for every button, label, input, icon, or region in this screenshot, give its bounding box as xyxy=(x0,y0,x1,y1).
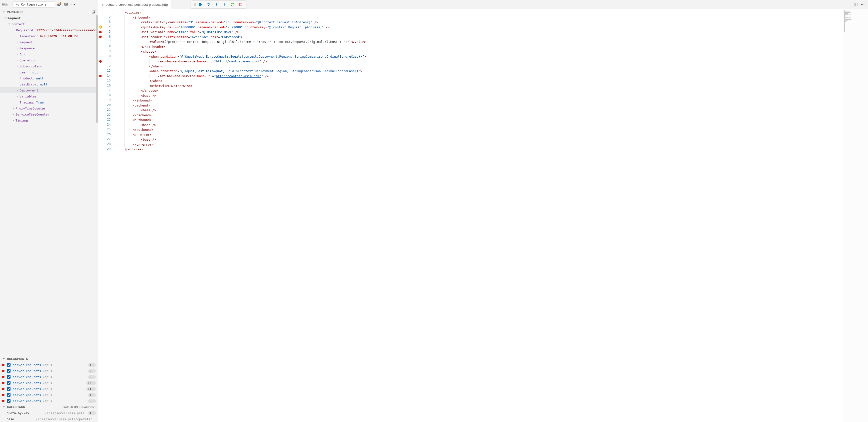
variable-row[interactable]: Deployment xyxy=(0,87,98,93)
code-line[interactable]: <base /> xyxy=(116,137,843,142)
editor[interactable]: 1234567891011121314151617181920212223242… xyxy=(98,9,868,422)
breakpoints-header[interactable]: BREAKPOINTS xyxy=(0,356,98,362)
settings-gear-icon[interactable] xyxy=(56,2,62,7)
code-line[interactable]: <set-backend-service base-url="http://co… xyxy=(116,74,843,79)
variable-row[interactable]: Timestamp:9/16/2020 5:41:08 PM xyxy=(0,33,98,39)
scrollbar-thumb[interactable] xyxy=(96,15,98,123)
breakpoint-row[interactable]: serverless-pets/apis6:3 xyxy=(0,398,98,404)
code-line[interactable]: </outbound> xyxy=(116,127,843,132)
debug-console-icon[interactable] xyxy=(63,2,69,7)
breakpoint-marker-icon[interactable] xyxy=(99,60,102,63)
breakpoint-gutter[interactable] xyxy=(98,9,103,422)
variable-row[interactable]: Product:null xyxy=(0,75,98,81)
more-icon[interactable] xyxy=(70,2,76,7)
code-line[interactable]: <inbound> xyxy=(116,15,843,20)
breakpoint-row[interactable]: serverless-pets/apis11:5 xyxy=(0,380,98,386)
variable-row[interactable]: Request xyxy=(0,39,98,45)
breakpoint-row[interactable]: serverless-pets/apis4:3 xyxy=(0,362,98,368)
breakpoint-row[interactable]: serverless-pets/apis14:5 xyxy=(0,386,98,392)
breakpoint-checkbox[interactable] xyxy=(7,375,10,379)
code-line[interactable]: <otherwise></otherwise> xyxy=(116,84,843,88)
variable-row[interactable]: User:null xyxy=(0,69,98,75)
code-line[interactable]: <base /> xyxy=(116,93,843,98)
code-line[interactable]: <outbound> xyxy=(116,118,843,123)
breakpoints-list[interactable]: serverless-pets/apis4:3serverless-pets/a… xyxy=(0,362,98,404)
breakpoint-checkbox[interactable] xyxy=(7,363,10,367)
variable-row[interactable]: ProxyTimeCounter xyxy=(0,105,98,111)
code-line[interactable]: </when> xyxy=(116,79,843,84)
callstack-header[interactable]: CALL STACK PAUSED ON BREAKPOINT xyxy=(0,404,98,410)
breakpoint-checkbox[interactable] xyxy=(7,399,10,403)
continue-icon[interactable] xyxy=(198,2,203,7)
code-line[interactable]: </backend> xyxy=(116,113,843,118)
callstack-frame[interactable]: quota-by-key/apis/serverless-pets4:3 xyxy=(0,410,98,416)
callstack-list[interactable]: quota-by-key/apis/serverless-pets4:3base… xyxy=(0,410,98,422)
current-line-marker-icon xyxy=(99,26,102,29)
breakpoint-location-badge: 6:3 xyxy=(88,375,96,379)
variable-row[interactable]: Api xyxy=(0,51,98,57)
debug-toolbar[interactable]: ⠿ xyxy=(191,0,246,8)
context-row[interactable]: context xyxy=(0,21,98,27)
code-line[interactable]: <when condition="@(&quot;West Europe&quo… xyxy=(116,54,843,59)
variables-header[interactable]: VARIABLES xyxy=(0,9,98,15)
code-line[interactable]: <backend> xyxy=(116,103,843,108)
breakpoint-marker-icon[interactable] xyxy=(99,31,102,33)
code-line[interactable]: </inbound> xyxy=(116,98,843,103)
restart-icon[interactable] xyxy=(230,2,236,7)
breakpoint-marker-icon[interactable] xyxy=(99,75,102,77)
code-line[interactable]: <when condition="@(&quot;East Asia&quot;… xyxy=(116,69,843,74)
code-line[interactable]: </when> xyxy=(116,64,843,69)
stop-icon[interactable] xyxy=(238,2,243,7)
minimap[interactable]: ████ █████ █████████████████████████████… xyxy=(843,9,868,422)
step-over-icon[interactable] xyxy=(206,2,211,7)
variable-row[interactable]: Tracing:True xyxy=(0,99,98,105)
chevron-right-icon xyxy=(16,88,19,92)
variable-row[interactable]: Variables xyxy=(0,93,98,99)
code-line[interactable]: <set-variable name="time" value="@(DateT… xyxy=(116,30,843,35)
split-editor-icon[interactable] xyxy=(853,2,859,7)
variable-row[interactable]: Subscription xyxy=(0,63,98,69)
run-config-select[interactable]: No Configurations xyxy=(12,1,55,7)
code-line[interactable]: ›olicies> xyxy=(116,10,843,15)
breakpoint-checkbox[interactable] xyxy=(7,387,10,391)
code-line[interactable]: <rate-limit-by-key calls="3" renewal-per… xyxy=(116,20,843,25)
variable-row[interactable]: Operation xyxy=(0,57,98,63)
debug-sidebar: VARIABLES Request context RequestId:2222… xyxy=(0,9,98,422)
code-line[interactable]: <value>@("proto=" + context.Request.Orig… xyxy=(116,39,843,44)
code-line[interactable]: <choose> xyxy=(116,49,843,54)
tab-more-icon[interactable] xyxy=(860,2,866,7)
code-line[interactable]: </on-error> xyxy=(116,142,843,147)
variable-row[interactable]: RequestId:2222cccc-33dd-eeee-ff44-aaaaaa… xyxy=(0,27,98,33)
code-line[interactable]: /policies> xyxy=(116,147,843,152)
variable-row[interactable]: ServiceTimeCounter xyxy=(0,111,98,117)
variables-tree[interactable]: Request context RequestId:2222cccc-33dd-… xyxy=(0,15,98,356)
callstack-frame[interactable]: base/apis/serverless-pets/operations/pos… xyxy=(0,416,98,422)
breakpoint-marker-icon[interactable] xyxy=(99,36,102,38)
collapse-all-icon[interactable] xyxy=(91,10,96,14)
breakpoint-path: /apis xyxy=(42,381,52,385)
breakpoint-row[interactable]: serverless-pets/apis4:3 xyxy=(0,392,98,398)
code-line[interactable]: </set-header> xyxy=(116,44,843,49)
code-line[interactable]: <base /> xyxy=(116,108,843,113)
scope-row[interactable]: Request xyxy=(0,15,98,21)
code-area[interactable]: ›olicies><inbound><rate-limit-by-key cal… xyxy=(113,9,843,422)
variable-row[interactable]: Timings xyxy=(0,117,98,123)
step-out-icon[interactable] xyxy=(222,2,227,7)
code-line[interactable]: <set-header exists-action="override" nam… xyxy=(116,35,843,39)
code-line[interactable]: <set-backend-service base-url="http://co… xyxy=(116,59,843,64)
breakpoint-checkbox[interactable] xyxy=(7,393,10,397)
variable-row[interactable]: LastError:null xyxy=(0,81,98,87)
grip-icon[interactable]: ⠿ xyxy=(194,2,195,6)
code-line[interactable]: </choose> xyxy=(116,88,843,93)
code-line[interactable]: <on-error> xyxy=(116,132,843,137)
breakpoint-row[interactable]: serverless-pets/apis5:3 xyxy=(0,368,98,374)
step-into-icon[interactable] xyxy=(214,2,219,7)
code-line[interactable]: <base /> xyxy=(116,123,843,127)
breakpoint-row[interactable]: serverless-pets/apis6:3 xyxy=(0,374,98,380)
svg-point-1 xyxy=(73,4,74,5)
editor-tab[interactable]: ≡ petstore-serverless-pets-post-products… xyxy=(98,0,171,9)
variable-row[interactable]: Response xyxy=(0,45,98,51)
breakpoint-checkbox[interactable] xyxy=(7,369,10,373)
code-line[interactable]: <quota-by-key calls="1000000" renewal-pe… xyxy=(116,25,843,30)
breakpoint-checkbox[interactable] xyxy=(7,381,10,385)
